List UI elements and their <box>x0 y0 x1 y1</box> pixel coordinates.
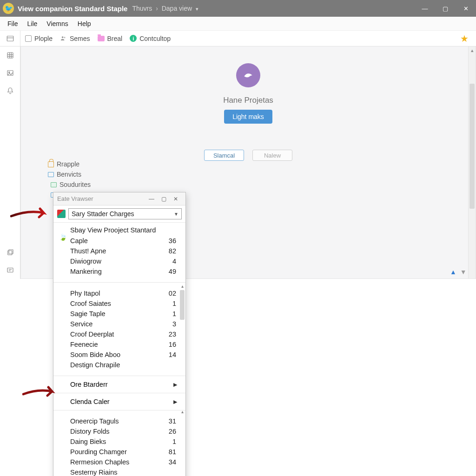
toolbar-breal[interactable]: Breal <box>98 35 123 42</box>
list-item[interactable]: Soom Bide Aboo14 <box>70 350 185 360</box>
toolbar-label: Contcultop <box>139 35 171 42</box>
scroll-up-icon[interactable]: ▴ <box>179 409 185 414</box>
popup-titlebar[interactable]: Eate Vrawser — ▢ ✕ <box>53 192 185 205</box>
list-item[interactable]: Destign Chrapile <box>70 360 185 370</box>
popup-scrollbar-2[interactable]: ▴ <box>179 409 185 414</box>
bell-icon[interactable] <box>0 82 20 99</box>
window-minimize-button[interactable]: — <box>415 0 435 17</box>
list-item[interactable]: Caple36 <box>70 236 185 246</box>
app-title: View companion Standard Staple <box>18 5 127 13</box>
list-item[interactable]: Pourding Chamger81 <box>70 447 185 457</box>
scroll-thumb[interactable] <box>180 290 185 320</box>
panel-toggle-icon[interactable] <box>0 31 20 46</box>
popup-scrollbar[interactable]: ▴ <box>179 284 185 358</box>
svg-point-3 <box>64 37 65 38</box>
list-item[interactable]: Service3 <box>70 319 185 329</box>
viewer-popup: Eate Vrawser — ▢ ✕ Sary Sttader Charges … <box>53 192 186 476</box>
people-icon <box>60 35 67 42</box>
scroll-up-icon[interactable]: ▴ <box>469 47 476 53</box>
toolbar-label: Plople <box>34 35 53 42</box>
chevron-down-icon[interactable]: ▾ <box>196 6 198 12</box>
toolbar-semes[interactable]: Semes <box>60 35 90 42</box>
menu-lile[interactable]: Lile <box>23 18 42 29</box>
menu-file[interactable]: File <box>3 18 23 29</box>
green-box-icon <box>51 182 57 187</box>
profile-avatar-icon <box>236 63 260 87</box>
submenu-ore[interactable]: Ore Btarderr▶ <box>53 378 185 391</box>
list-item[interactable]: Sesterny Riains <box>70 467 185 476</box>
chevron-right-icon: ▶ <box>173 382 177 388</box>
breadcrumb[interactable]: Thuvrs › Dapa view ▾ <box>132 5 198 12</box>
svg-point-2 <box>62 36 64 38</box>
slamcal-button[interactable]: Slamcal <box>204 150 244 161</box>
toolbar: Plople Semes Breal i Contcultop ★ <box>20 31 476 46</box>
menu-views[interactable]: Viemns <box>42 18 73 29</box>
list-item[interactable]: Daing Bieks1 <box>70 436 185 447</box>
tree-item-soudurites[interactable]: Soudurites <box>48 179 91 190</box>
image-icon[interactable] <box>0 64 20 82</box>
list-item[interactable]: Oneercip Taguls31 <box>70 416 185 426</box>
list-item[interactable]: Diwiogrow4 <box>70 256 185 266</box>
popup-section-c: Oneercip Taguls31 Distory Folds26 Daing … <box>53 412 185 476</box>
package-icon <box>57 210 66 218</box>
card-icon[interactable] <box>0 261 20 279</box>
section-header[interactable]: Sbay View Prooject Stantard <box>70 226 185 236</box>
chevron-right-icon: ▶ <box>173 399 177 405</box>
nalew-button[interactable]: Nalew <box>252 150 292 161</box>
list-item[interactable]: Croof Deerplat23 <box>70 329 185 339</box>
chevron-down-icon: ▼ <box>174 212 178 217</box>
leaf-icon: 🍃 <box>59 233 67 241</box>
list-item[interactable]: Mankering49 <box>70 266 185 277</box>
star-icon[interactable]: ★ <box>460 33 469 44</box>
main-scrollbar[interactable]: ▴ ▲ ▼ <box>468 46 476 278</box>
popup-title: Eate Vrawser <box>57 195 145 202</box>
svg-rect-11 <box>7 251 12 255</box>
popup-section-b: Phy Itapol02 Croof Saiates1 Sagie Taple1… <box>53 284 185 374</box>
scroll-up-icon[interactable]: ▴ <box>179 284 185 289</box>
list-item[interactable]: Rermesion Chaples34 <box>70 457 185 467</box>
window-close-button[interactable]: ✕ <box>456 0 476 17</box>
breadcrumb-separator-icon: › <box>156 5 158 12</box>
profile-action-button[interactable]: Light maks <box>224 110 272 124</box>
list-item[interactable]: Croof Saiates1 <box>70 298 185 309</box>
toolbar-label: Semes <box>70 35 90 42</box>
box-icon <box>48 172 54 177</box>
checkbox-icon <box>25 35 32 42</box>
annotation-arrow-icon <box>22 385 63 398</box>
popup-minimize-button[interactable]: — <box>145 196 158 202</box>
svg-rect-4 <box>7 53 13 58</box>
grid-icon[interactable] <box>0 46 20 64</box>
svg-rect-0 <box>7 36 13 41</box>
charges-combobox[interactable]: Sary Sttader Charges ▼ <box>68 208 182 219</box>
warning-icon[interactable]: ▲ <box>450 268 456 276</box>
list-item[interactable]: Phy Itapol02 <box>70 288 185 298</box>
scroll-thumb[interactable] <box>469 84 475 209</box>
annotation-arrow-icon <box>10 207 51 220</box>
breadcrumb-b[interactable]: Dapa view <box>162 5 192 12</box>
popup-close-button[interactable]: ✕ <box>170 196 182 202</box>
combo-value: Sary Sttader Charges <box>72 210 134 218</box>
info-dot-icon: i <box>130 35 137 42</box>
toolbar-contcultop[interactable]: i Contcultop <box>130 35 171 42</box>
toolbar-plople[interactable]: Plople <box>25 35 53 42</box>
tree-item-rrapple[interactable]: Rrapple <box>48 159 91 169</box>
svg-rect-12 <box>9 250 13 254</box>
app-logo-icon: 🐦 <box>3 3 14 14</box>
lock-icon <box>48 161 54 167</box>
menu-help[interactable]: Help <box>73 18 96 29</box>
menubar: File Lile Viemns Help <box>0 17 476 31</box>
popup-maximize-button[interactable]: ▢ <box>158 196 170 202</box>
list-item[interactable]: Thust! Apne82 <box>70 246 185 256</box>
breadcrumb-a[interactable]: Thuvrs <box>132 5 152 12</box>
chevron-down-icon[interactable]: ▼ <box>460 268 467 276</box>
list-item[interactable]: Distory Folds26 <box>70 426 185 436</box>
list-item[interactable]: Feenecie16 <box>70 339 185 350</box>
window-maximize-button[interactable]: ▢ <box>435 0 456 17</box>
folder-icon <box>98 36 105 41</box>
titlebar: 🐦 View companion Standard Staple Thuvrs … <box>0 0 476 17</box>
square-stack-icon[interactable] <box>0 244 20 261</box>
submenu-clenda[interactable]: Clenda Caler▶ <box>53 395 185 408</box>
toolbar-label: Breal <box>107 35 123 42</box>
list-item[interactable]: Sagie Taple1 <box>70 309 185 319</box>
tree-item-benvicts[interactable]: Benvicts <box>48 169 91 179</box>
